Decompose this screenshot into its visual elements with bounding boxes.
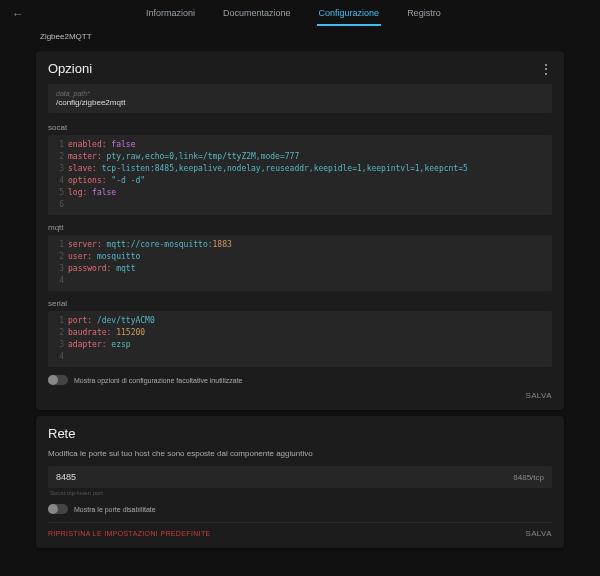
network-desc: Modifica le porte sul tuo host che sono …: [48, 449, 552, 458]
unused-options-label: Mostra opzioni di configurazione facolta…: [74, 377, 242, 384]
tab-log[interactable]: Registro: [405, 2, 443, 26]
data-path-field[interactable]: data_path* /config/zigbee2mqtt: [48, 84, 552, 113]
disabled-ports-label: Mostra le porte disabilitate: [74, 506, 156, 513]
socat-editor[interactable]: 1enabled: false 2master: pty,raw,echo=0,…: [48, 135, 552, 215]
options-title: Opzioni: [48, 61, 92, 76]
socat-label: socat: [48, 123, 552, 132]
tab-bar: Informazioni Documentazione Configurazio…: [144, 2, 443, 26]
network-card: Rete Modifica le porte sul tuo host che …: [36, 416, 564, 548]
options-save-button[interactable]: SALVA: [525, 391, 552, 400]
unused-options-toggle[interactable]: [48, 375, 68, 385]
mqtt-label: mqtt: [48, 223, 552, 232]
serial-label: serial: [48, 299, 552, 308]
disabled-ports-toggle[interactable]: [48, 504, 68, 514]
network-save-button[interactable]: SALVA: [525, 529, 552, 538]
port-value: 8485: [56, 472, 76, 482]
port-label: 8485/tcp: [513, 473, 544, 482]
network-title: Rete: [48, 426, 75, 441]
port-row[interactable]: 8485 8485/tcp: [48, 466, 552, 488]
port-sublabel: Socat tcp-listen port: [50, 490, 552, 496]
back-arrow-icon[interactable]: ←: [12, 7, 24, 21]
options-menu-icon[interactable]: ⋮: [540, 62, 552, 76]
options-card: Opzioni ⋮ data_path* /config/zigbee2mqtt…: [36, 51, 564, 410]
reset-defaults-button[interactable]: RIPRISTINA LE IMPOSTAZIONI PREDEFINITE: [48, 530, 211, 537]
tab-docs[interactable]: Documentazione: [221, 2, 293, 26]
tab-info[interactable]: Informazioni: [144, 2, 197, 26]
serial-editor[interactable]: 1port: /dev/ttyACM0 2baudrate: 115200 3a…: [48, 311, 552, 367]
breadcrumb: Zigbee2MQTT: [0, 28, 600, 45]
mqtt-editor[interactable]: 1server: mqtt://core-mosquitto:1883 2use…: [48, 235, 552, 291]
data-path-value: /config/zigbee2mqtt: [56, 98, 544, 107]
data-path-label: data_path*: [56, 90, 544, 97]
tab-config[interactable]: Configurazione: [317, 2, 382, 26]
